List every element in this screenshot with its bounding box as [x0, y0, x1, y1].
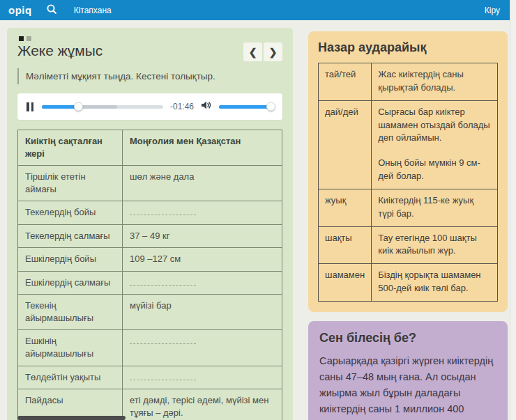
attention-title: Назар аударайық [318, 40, 498, 55]
blank-answer-line [130, 278, 196, 286]
table-row: Тіршілік ететін аймағы шөл және дала [18, 166, 282, 201]
table-row: шақты Тау етегінде 100 шақты киік жайылы… [319, 226, 498, 264]
table-row: Текелердің салмағы 37 – 49 кг [18, 224, 282, 248]
audio-progress-knob[interactable] [74, 102, 83, 111]
slide-nav: ❮ ❯ [243, 42, 282, 61]
table-row: Текенің айырмашылығы мүйізі бар [18, 295, 282, 330]
saiga-info-table: Киіктің сақталған жері Моңғолия мен Қаза… [17, 130, 282, 420]
table-header-row: Киіктің сақталған жері Моңғолия мен Қаза… [18, 130, 282, 166]
audio-player: -01:46 [17, 93, 282, 120]
topbar: opiq Кітапхана Кіру [0, 0, 510, 20]
volume-slider[interactable] [219, 105, 275, 109]
table-row: Текелердің бойы [18, 201, 282, 225]
horizontal-scrollbar-thumb[interactable] [17, 416, 126, 420]
volume-level [219, 105, 271, 109]
blank-answer-line [130, 208, 196, 215]
table-row: Ешкілердің бойы 109 –127 см [18, 248, 282, 272]
table-row: шамамен Біздің қорықта шамамен 500-дей к… [319, 264, 498, 302]
audio-progress-bar[interactable] [42, 105, 163, 109]
audio-played [42, 105, 78, 109]
table-header-place: Киіктің сақталған жері [18, 130, 123, 166]
right-column: Назар аударайық тай/тей Жас киіктердің с… [308, 31, 508, 420]
table-row: Төлдейтін уақыты [18, 366, 282, 389]
task-instruction: Мәліметті мұқият тыңда. Кестені толықтыр… [17, 68, 282, 84]
slide-dot-2[interactable] [26, 36, 31, 41]
library-link[interactable]: Кітапхана [74, 6, 112, 15]
volume-icon [201, 100, 212, 113]
page-title: Жеке жұмыс [17, 42, 103, 59]
volume-knob[interactable] [266, 102, 275, 111]
attention-panel: Назар аударайық тай/тей Жас киіктердің с… [308, 31, 508, 312]
did-you-know-panel: Сен білесің бе? Сарыарқада қазіргі жүрге… [308, 321, 508, 420]
pause-icon [26, 102, 29, 111]
table-row: тай/тей Жас киіктердің саны қырықтай бол… [319, 63, 498, 101]
search-icon [46, 3, 57, 17]
login-link[interactable]: Кіру [485, 6, 500, 15]
search-button[interactable] [46, 3, 57, 17]
blank-answer-line [130, 336, 196, 344]
table-header-region: Моңғолия мен Қазақстан [123, 130, 282, 166]
table-row: Ешкінің айырмашылығы [18, 330, 282, 366]
audio-time-remaining: -01:46 [170, 102, 194, 111]
slide-dots [19, 36, 282, 41]
pause-button[interactable] [25, 101, 35, 113]
volume-button[interactable] [201, 100, 212, 113]
opiq-logo[interactable]: opiq [8, 4, 32, 16]
next-slide-button[interactable]: ❯ [264, 42, 282, 61]
slide-dot-1[interactable] [19, 36, 24, 41]
did-you-know-text: Сарыарқада қазіргі жүрген киіктердің сан… [319, 353, 496, 420]
table-row: дай/дей Сырғасы бар киіктер шамамен отыз… [319, 100, 498, 189]
blank-answer-line [130, 373, 196, 380]
table-row: жуық Киіктердің 115-ке жуық түрі бар. [319, 189, 498, 226]
vertical-scrollbar[interactable] [510, 0, 516, 420]
did-you-know-title: Сен білесің бе? [319, 331, 496, 345]
prev-slide-button[interactable]: ❮ [243, 42, 262, 61]
lesson-panel: Жеке жұмыс ❮ ❯ Мәліметті мұқият тыңда. К… [7, 28, 293, 420]
table-row: Ешкілердің салмағы [18, 271, 282, 295]
attention-table: тай/тей Жас киіктердің саны қырықтай бол… [318, 63, 498, 302]
